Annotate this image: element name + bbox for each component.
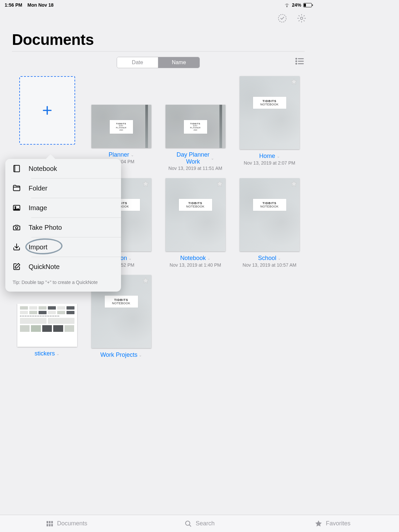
- chevron-down-icon[interactable]: ⌄: [207, 256, 210, 261]
- document-school[interactable]: TIDBITS NOTEBOOK School ⌄ Nov 13, 2019 a…: [234, 178, 305, 268]
- svg-point-2: [296, 58, 297, 59]
- popover-image[interactable]: Image: [5, 198, 121, 217]
- popover-folder[interactable]: Folder: [5, 179, 121, 198]
- popover-label: Folder: [29, 185, 48, 192]
- popover-import[interactable]: Import: [5, 237, 121, 257]
- favorite-star-icon[interactable]: [142, 180, 149, 189]
- cover-brand: TIDBITS: [183, 201, 208, 205]
- favorite-star-icon[interactable]: [290, 78, 298, 87]
- doc-title: Notebook: [180, 255, 206, 262]
- import-icon: [12, 243, 21, 251]
- popover-label: Import: [29, 243, 48, 251]
- battery-percent: 24%: [292, 2, 301, 8]
- popover-label: Take Photo: [29, 224, 62, 231]
- document-day-planner-work[interactable]: TIDBITS DAY PLANNER 2020 Day Planner Wor…: [160, 76, 230, 171]
- cover-title: NOTEBOOK: [257, 205, 282, 208]
- chevron-down-icon[interactable]: ⌄: [128, 256, 132, 261]
- document-day-planner[interactable]: TIDBITS DAY PLANNER 2020 Planner ⌄ 9 at …: [86, 76, 156, 171]
- doc-date: Nov 13, 2019 at 10:57 AM: [243, 262, 297, 268]
- popover-label: Notebook: [29, 165, 57, 173]
- svg-point-15: [16, 227, 18, 229]
- favorite-star-icon[interactable]: [290, 180, 298, 189]
- svg-point-4: [296, 63, 297, 64]
- svg-point-3: [296, 61, 297, 62]
- camera-icon: [12, 223, 21, 232]
- new-document-popover: Notebook Folder Image Take Photo Import …: [5, 159, 121, 292]
- popover-label: QuickNote: [29, 263, 60, 271]
- favorite-star-icon[interactable]: [142, 277, 149, 286]
- cover-title: NOTEBOOK: [109, 302, 134, 305]
- status-time: 1:56 PM: [5, 2, 22, 8]
- page-title: Documents: [0, 23, 317, 51]
- doc-title: School: [258, 255, 276, 262]
- doc-title: Day Planner: [177, 151, 209, 158]
- popover-quicknote[interactable]: QuickNote: [5, 257, 121, 276]
- cover-title: NOTEBOOK: [257, 103, 282, 106]
- status-date: Mon Nov 18: [27, 2, 54, 8]
- svg-point-1: [301, 17, 303, 20]
- gear-icon[interactable]: [297, 13, 307, 23]
- doc-title: Home: [259, 153, 275, 160]
- document-home[interactable]: TIDBITS NOTEBOOK Home ⌄ Nov 13, 2019 at …: [234, 76, 305, 171]
- doc-date: Nov 13, 2019 at 11:51 AM: [169, 166, 222, 171]
- cover-brand: TIDBITS: [257, 99, 282, 103]
- chevron-down-icon[interactable]: ⌄: [131, 153, 134, 157]
- new-document-button[interactable]: [19, 76, 75, 145]
- cover-title: DAY PLANNER: [188, 125, 203, 129]
- chevron-down-icon[interactable]: ⌄: [56, 351, 60, 356]
- document-notebook[interactable]: TIDBITS NOTEBOOK Notebook ⌄ Nov 13, 2019…: [160, 178, 230, 268]
- doc-title: Work Projects: [100, 351, 138, 358]
- doc-title-line2: Work: [186, 158, 200, 165]
- chevron-down-icon[interactable]: ⌄: [278, 256, 281, 261]
- cover-title: NOTEBOOK: [183, 205, 208, 208]
- battery-icon: [303, 3, 312, 7]
- status-bar: 1:56 PM Mon Nov 18 24%: [0, 0, 317, 9]
- cover-year: 2020: [114, 129, 129, 131]
- sort-name-button[interactable]: Name: [158, 57, 200, 68]
- notebook-icon: [12, 164, 21, 173]
- list-view-icon[interactable]: [295, 56, 305, 67]
- svg-point-14: [15, 206, 16, 207]
- wifi-icon: [284, 3, 290, 7]
- doc-date: Nov 13, 2019 at 2:07 PM: [244, 160, 295, 166]
- doc-title: stickers: [35, 350, 55, 357]
- cover-brand: TIDBITS: [109, 298, 134, 302]
- popover-tip: Tip: Double tap "+" to create a QuickNot…: [5, 276, 121, 287]
- cover-brand: TIDBITS: [257, 201, 282, 205]
- sort-date-button[interactable]: Date: [117, 57, 158, 68]
- folder-icon: [12, 184, 21, 193]
- cover-title: DAY PLANNER: [114, 125, 129, 129]
- sort-segmented-control[interactable]: Date Name: [117, 57, 200, 68]
- select-checkmark-icon[interactable]: [277, 13, 287, 23]
- chevron-down-icon[interactable]: ⌄: [211, 156, 214, 161]
- favorite-star-icon[interactable]: [216, 180, 223, 189]
- image-icon: [12, 203, 21, 212]
- cover-year: 2020: [188, 129, 203, 131]
- doc-title: Planner: [108, 151, 129, 158]
- popover-take-photo[interactable]: Take Photo: [5, 218, 121, 237]
- popover-label: Image: [29, 204, 47, 212]
- chevron-down-icon[interactable]: ⌄: [277, 154, 280, 159]
- chevron-down-icon[interactable]: ⌄: [139, 353, 142, 357]
- doc-date: Nov 13, 2019 at 1:40 PM: [170, 262, 221, 268]
- quicknote-icon: [12, 262, 21, 271]
- popover-notebook[interactable]: Notebook: [5, 159, 121, 178]
